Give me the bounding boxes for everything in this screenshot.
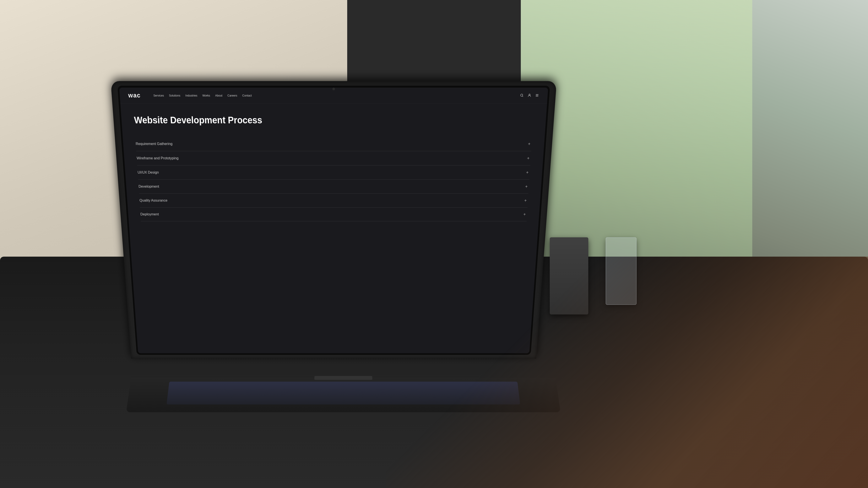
accordion-expand-icon-3: + [525,170,530,175]
nav-link-careers[interactable]: Careers [227,94,237,97]
accordion-label-6: Deployment [140,212,159,217]
nav-link-solutions[interactable]: Solutions [169,94,181,97]
page-title: Website Development Process [134,115,533,126]
accordion-item-quality-assurance[interactable]: Quality Assurance + [139,194,528,207]
accordion-expand-icon-1: + [527,141,532,147]
accordion-label-1: Requirement Gathering [135,142,173,146]
accordion-label-4: Development [138,184,159,189]
accordion-label-3: UI/UX Design [137,170,159,175]
accordion-item-uiux-design[interactable]: UI/UX Design + [137,165,530,180]
person-arm-overlay [386,257,868,488]
search-icon[interactable] [520,93,524,98]
laptop-hinge [314,376,372,380]
accordion-item-deployment[interactable]: Deployment + [140,207,528,221]
accordion-item-wireframe[interactable]: Wireframe and Prototyping + [136,151,531,165]
accordion-label-2: Wireframe and Prototyping [136,156,179,160]
accordion-item-requirement-gathering[interactable]: Requirement Gathering + [135,137,532,151]
accordion-list: Requirement Gathering + Wireframe and Pr… [135,137,532,221]
nav-link-about[interactable]: About [215,94,222,97]
nav-icons [520,93,539,98]
nav-logo[interactable]: wac [128,92,141,99]
nav-link-works[interactable]: Works [202,94,210,97]
accordion-expand-icon-2: + [526,156,531,161]
menu-icon[interactable] [535,93,539,98]
nav-links: Services Solutions Industries Works Abou… [153,94,520,97]
nav-link-industries[interactable]: Industries [185,94,197,97]
svg-line-1 [522,96,523,97]
user-icon[interactable] [527,93,532,98]
camera-dot [332,88,335,90]
svg-point-2 [529,94,530,95]
accordion-expand-icon-6: + [522,212,527,217]
accordion-label-5: Quality Assurance [139,198,167,203]
accordion-expand-icon-4: + [524,184,529,189]
accordion-item-development[interactable]: Development + [138,180,529,194]
nav-link-services[interactable]: Services [153,94,164,97]
nav-link-contact[interactable]: Contact [242,94,252,97]
accordion-expand-icon-5: + [523,198,528,203]
